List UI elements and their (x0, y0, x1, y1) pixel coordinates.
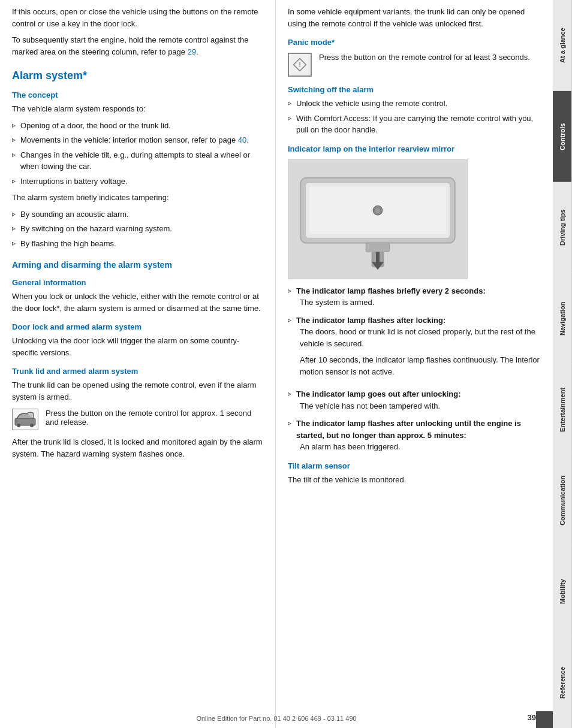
tab-navigation[interactable]: Navigation (553, 273, 572, 364)
mirror-image (288, 159, 468, 279)
tilt-sensor-text: The tilt of the vehicle is monitored. (288, 474, 541, 486)
trunk-remote-icon (12, 409, 38, 430)
page-number-bar (536, 711, 553, 728)
bullet-arrow-icon: ▹ (288, 315, 291, 325)
arming-title: Arming and disarming the alarm system (12, 260, 263, 270)
list-item: ▹ By switching on the hazard warning sys… (12, 223, 263, 235)
intro-para1: If this occurs, open or close the vehicl… (12, 6, 263, 29)
tab-communication[interactable]: Communication (553, 455, 572, 546)
tab-entertainment[interactable]: Entertainment (553, 364, 572, 455)
bullet-arrow-icon: ▹ (12, 176, 16, 186)
tab-reference[interactable]: Reference (553, 637, 572, 728)
tab-controls[interactable]: Controls (553, 91, 572, 182)
bullet-arrow-icon: ▹ (12, 149, 16, 160)
bullet-arrow-icon: ▹ (12, 120, 16, 131)
panic-mode-block: ! Press the button on the remote control… (288, 53, 541, 77)
indicator-bullets-list: ▹ The indicator lamp flashes briefly eve… (288, 285, 541, 453)
bullet-arrow-icon: ▹ (12, 238, 16, 249)
tab-driving-tips[interactable]: Driving tips (553, 182, 572, 273)
door-lock-title: Door lock and armed alarm system (12, 322, 263, 331)
list-item: ▹ The indicator lamp flashes after unloc… (288, 418, 541, 453)
list-item: ▹ Changes in the vehicle tilt, e.g., dur… (12, 149, 263, 173)
svg-point-2 (30, 424, 34, 427)
svg-rect-11 (366, 243, 390, 252)
list-item: ▹ Movements in the vehicle: interior mot… (12, 134, 263, 146)
alarm-section-title: Alarm system* (12, 70, 263, 82)
tab-at-a-glance[interactable]: At a glance (553, 0, 572, 91)
list-item: ▹ Unlock the vehicle using the remote co… (288, 98, 541, 110)
bullet-arrow-icon: ▹ (12, 209, 16, 219)
trunk-icon-instruction-text: Press the button on the remote control f… (46, 409, 263, 427)
switching-off-title: Switching off the alarm (288, 85, 541, 94)
svg-point-10 (375, 208, 380, 213)
bullet-arrow-icon: ▹ (12, 134, 16, 145)
list-item: ▹ By flashing the high beams. (12, 238, 263, 250)
concept-intro: The vehicle alarm system responds to: (12, 103, 263, 115)
panic-mode-text: Press the button on the remote control f… (319, 53, 530, 62)
indicator-lamp-title: Indicator lamp on the interior rearview … (288, 144, 541, 153)
bullet-arrow-icon: ▹ (12, 223, 16, 234)
bullet-arrow-icon: ▹ (288, 388, 291, 399)
tampering-intro: The alarm system briefly indicates tampe… (12, 192, 263, 204)
panic-mode-title: Panic mode* (288, 38, 541, 47)
trunk-icon-instruction-block: Press the button on the remote control f… (12, 409, 263, 430)
panic-mode-icon: ! (288, 53, 312, 77)
page-number: 39 (528, 713, 536, 722)
intro-para2: To subsequently start the engine, hold t… (12, 34, 263, 58)
list-item: ▹ By sounding an acoustic alarm. (12, 209, 263, 220)
list-item: ▹ With Comfort Access: If you are carryi… (288, 113, 541, 136)
tampering-bullets-list: ▹ By sounding an acoustic alarm. ▹ By sw… (12, 209, 263, 250)
trunk-after-text: After the trunk lid is closed, it is loc… (12, 436, 263, 460)
tab-mobility[interactable]: Mobility (553, 546, 572, 637)
list-item: ▹ The indicator lamp flashes after locki… (288, 315, 541, 383)
right-intro: In some vehicle equipment variants, the … (288, 6, 541, 29)
door-lock-text: Unlocking via the door lock will trigger… (12, 335, 263, 358)
bullet-arrow-icon: ▹ (288, 418, 291, 428)
footer-text: Online Edition for Part no. 01 40 2 606 … (196, 715, 356, 722)
general-info-text: When you lock or unlock the vehicle, eit… (12, 291, 263, 314)
switching-off-bullets-list: ▹ Unlock the vehicle using the remote co… (288, 98, 541, 136)
svg-rect-14 (376, 252, 380, 262)
page-footer: Online Edition for Part no. 01 40 2 606 … (0, 715, 553, 722)
concept-title: The concept (12, 90, 263, 99)
list-item: ▹ Opening of a door, the hood or the tru… (12, 120, 263, 132)
bullet-arrow-icon: ▹ (288, 285, 291, 296)
general-info-title: General information (12, 278, 263, 287)
trunk-lid-text: The trunk lid can be opened using the re… (12, 379, 263, 403)
list-item: ▹ The indicator lamp goes out after unlo… (288, 388, 541, 412)
trunk-lid-title: Trunk lid and armed alarm system (12, 367, 263, 376)
concept-bullets-list: ▹ Opening of a door, the hood or the tru… (12, 120, 263, 188)
bullet-arrow-icon: ▹ (288, 98, 291, 108)
svg-point-1 (17, 424, 20, 427)
tilt-sensor-title: Tilt alarm sensor (288, 461, 541, 470)
svg-text:!: ! (299, 61, 301, 68)
list-item: ▹ Interruptions in battery voltage. (12, 176, 263, 188)
side-tabs: At a glance Controls Driving tips Naviga… (553, 0, 572, 728)
list-item: ▹ The indicator lamp flashes briefly eve… (288, 285, 541, 309)
bullet-arrow-icon: ▹ (288, 113, 291, 123)
